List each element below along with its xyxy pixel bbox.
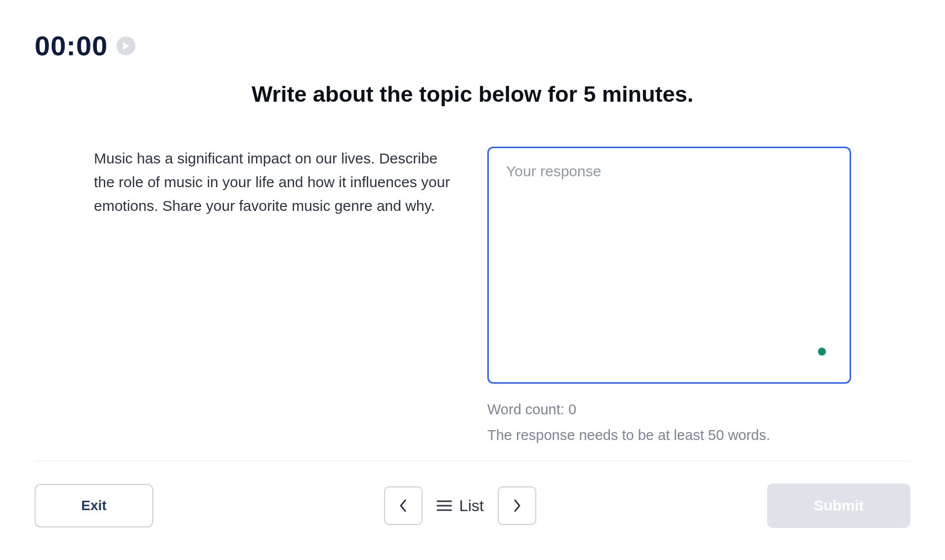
play-button[interactable]	[117, 37, 135, 55]
content-row: Music has a significant impact on our li…	[35, 147, 910, 448]
timer-row: 00:00	[35, 30, 910, 62]
submit-button[interactable]: Submit	[767, 483, 910, 528]
main-container: 00:00 Write about the topic below for 5 …	[0, 0, 945, 448]
footer-bar: Exit List Submit	[35, 483, 910, 528]
timer-display: 00:00	[35, 30, 108, 62]
chevron-left-icon	[398, 498, 408, 513]
min-words-hint: The response needs to be at least 50 wor…	[487, 422, 851, 448]
exit-button[interactable]: Exit	[35, 484, 153, 527]
page-heading: Write about the topic below for 5 minute…	[35, 81, 910, 107]
list-label: List	[459, 497, 484, 515]
list-icon	[436, 499, 452, 512]
next-button[interactable]	[498, 486, 536, 525]
footer-divider	[35, 461, 910, 461]
list-button[interactable]: List	[436, 497, 484, 515]
prev-button[interactable]	[384, 486, 423, 525]
chevron-right-icon	[512, 498, 522, 513]
response-meta: Word count: 0 The response needs to be a…	[487, 397, 851, 448]
response-box[interactable]	[487, 147, 851, 384]
play-icon	[122, 41, 130, 50]
nav-center: List	[384, 486, 536, 525]
response-column: Word count: 0 The response needs to be a…	[487, 147, 851, 448]
word-count-label: Word count: 0	[487, 397, 851, 422]
prompt-text: Music has a significant impact on our li…	[94, 147, 458, 448]
grammar-indicator-icon[interactable]	[818, 348, 826, 356]
response-textarea[interactable]	[506, 163, 832, 367]
